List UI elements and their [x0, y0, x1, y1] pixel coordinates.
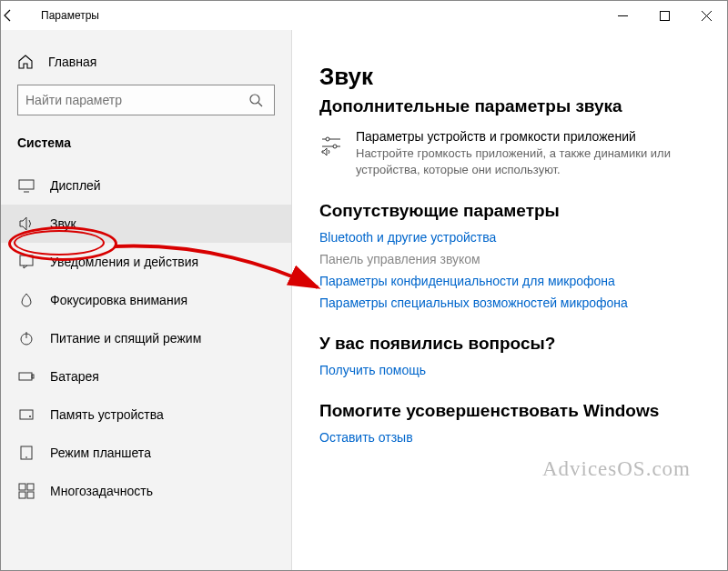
- nav-label: Звук: [50, 216, 76, 231]
- svg-rect-18: [27, 492, 34, 498]
- device-desc: Настройте громкость приложений, а также …: [356, 145, 700, 177]
- nav-item-notifications[interactable]: Уведомления и действия: [1, 243, 291, 281]
- search-icon: [248, 93, 267, 107]
- svg-rect-1: [660, 11, 669, 20]
- nav-item-battery[interactable]: Батарея: [1, 357, 291, 396]
- sub-heading-1: Дополнительные параметры звука: [319, 96, 700, 116]
- link-help[interactable]: Получить помощь: [319, 363, 700, 377]
- sub-heading-2: Сопутствующие параметры: [319, 201, 700, 221]
- notifications-icon: [17, 254, 35, 270]
- svg-rect-11: [20, 410, 33, 419]
- nav-label: Батарея: [50, 369, 99, 384]
- svg-point-22: [333, 145, 337, 148]
- maximize-button[interactable]: [643, 1, 685, 30]
- nav-label: Память устройства: [50, 407, 164, 422]
- link-ease[interactable]: Параметры специальных возможностей микро…: [319, 296, 700, 310]
- section-label: Система: [1, 135, 291, 159]
- help-heading: У вас появились вопросы?: [319, 334, 700, 354]
- title-bar: Параметры: [1, 1, 727, 30]
- nav-item-multitask[interactable]: Многозадачность: [1, 472, 291, 510]
- page-heading: Звук: [319, 63, 700, 91]
- tablet-icon: [17, 445, 35, 461]
- svg-rect-15: [19, 484, 25, 490]
- device-title: Параметры устройств и громкости приложен…: [356, 129, 700, 144]
- battery-icon: [17, 368, 35, 385]
- svg-point-2: [250, 95, 259, 104]
- nav-item-storage[interactable]: Память устройства: [1, 396, 291, 434]
- nav-label: Режим планшета: [50, 446, 151, 460]
- nav-label: Уведомления и действия: [50, 255, 198, 269]
- focus-icon: [17, 292, 35, 308]
- nav-label: Дисплей: [50, 178, 101, 193]
- display-icon: [17, 177, 35, 194]
- nav-list: Дисплей Звук Уведомления и действия Фоку…: [1, 166, 291, 510]
- link-feedback[interactable]: Оставить отзыв: [319, 430, 700, 445]
- svg-rect-4: [19, 180, 34, 189]
- home-button[interactable]: Главная: [1, 48, 291, 85]
- svg-rect-6: [20, 255, 33, 265]
- nav-item-display[interactable]: Дисплей: [1, 166, 291, 205]
- link-privacy[interactable]: Параметры конфиденциальности для микрофо…: [319, 274, 700, 288]
- multitask-icon: [17, 483, 35, 499]
- svg-rect-16: [27, 484, 34, 490]
- svg-rect-10: [32, 375, 34, 378]
- nav-label: Питание и спящий режим: [50, 331, 201, 346]
- nav-item-power[interactable]: Питание и спящий режим: [1, 319, 291, 357]
- search-box[interactable]: [17, 85, 275, 115]
- window-title: Параметры: [37, 9, 99, 22]
- sound-icon: [17, 215, 35, 232]
- storage-icon: [17, 406, 35, 423]
- minimize-button[interactable]: [602, 1, 643, 30]
- nav-item-sound[interactable]: Звук: [1, 205, 291, 243]
- improve-heading: Помогите усовершенствовать Windows: [319, 401, 700, 421]
- home-label: Главная: [48, 55, 96, 69]
- home-icon: [17, 54, 34, 70]
- link-bluetooth[interactable]: Bluetooth и другие устройства: [319, 230, 700, 245]
- link-sound-panel[interactable]: Панель управления звуком: [319, 252, 700, 266]
- search-input[interactable]: [25, 93, 248, 107]
- svg-point-12: [29, 416, 31, 417]
- nav-label: Многозадачность: [50, 484, 153, 498]
- main-panel: Звук Дополнительные параметры звука Пара…: [292, 30, 727, 570]
- nav-item-focus[interactable]: Фокусировка внимания: [1, 281, 291, 319]
- nav-item-tablet[interactable]: Режим планшета: [1, 434, 291, 472]
- back-button[interactable]: [1, 8, 37, 23]
- svg-rect-9: [19, 373, 32, 380]
- svg-rect-17: [19, 492, 25, 498]
- sliders-icon: [319, 129, 343, 177]
- svg-line-3: [258, 103, 262, 106]
- power-icon: [17, 330, 35, 346]
- close-button[interactable]: [685, 1, 727, 30]
- nav-label: Фокусировка внимания: [50, 293, 187, 307]
- sidebar: Главная Система Дисплей Звук Уведомления…: [1, 30, 292, 570]
- svg-point-20: [326, 137, 329, 141]
- watermark: AdvicesOS.com: [542, 457, 691, 481]
- device-volume-block[interactable]: Параметры устройств и громкости приложен…: [319, 129, 700, 177]
